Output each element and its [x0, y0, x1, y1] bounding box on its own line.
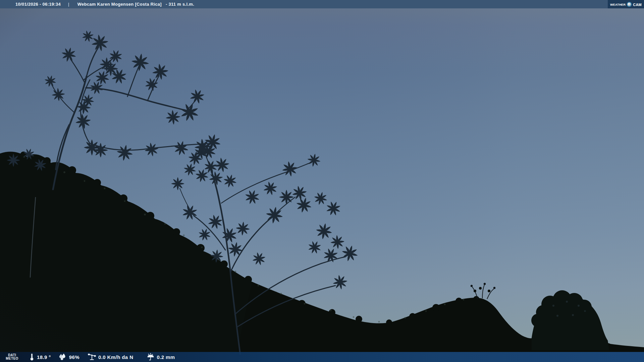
webcam-viewer: 10/01/2026 - 06:19:34 | Webcam Karen Mog… — [0, 0, 644, 362]
water-drops-icon — [58, 353, 67, 361]
temperature-value: 18.9 ° — [37, 354, 51, 360]
wind-reading: 0.0 Km/h da N — [88, 353, 133, 361]
altitude-label: - 311 m s.l.m. — [166, 2, 194, 7]
dati-meteo-label: DATI METEO — [5, 354, 19, 360]
weather-data-bar: DATI METEO 18.9 ° 96% — [0, 352, 644, 362]
webcam-title: Webcam Karen Mogensen [Costa Rica] — [77, 2, 162, 7]
weathercam-logo: Weather Cam — [608, 0, 644, 8]
umbrella-icon — [147, 353, 155, 361]
webcam-photo — [0, 0, 644, 362]
humidity-reading: 96% — [58, 353, 79, 361]
humidity-value: 96% — [69, 354, 79, 360]
rain-value: 0.2 mm — [157, 354, 175, 360]
logo-cam-text: Cam — [633, 1, 642, 7]
temperature-reading: 18.9 ° — [29, 353, 51, 361]
anemometer-icon — [88, 353, 96, 361]
thermometer-icon — [29, 353, 35, 361]
separator: | — [68, 2, 69, 7]
rain-reading: 0.2 mm — [147, 353, 175, 361]
top-info-bar: 10/01/2026 - 06:19:34 | Webcam Karen Mog… — [0, 0, 644, 8]
datetime-label: 10/01/2026 - 06:19:34 — [15, 2, 61, 7]
globe-lens-icon — [627, 2, 632, 7]
scene-svg — [0, 0, 644, 362]
wind-value: 0.0 Km/h da N — [98, 354, 133, 360]
logo-weather-text: Weather — [610, 2, 626, 7]
